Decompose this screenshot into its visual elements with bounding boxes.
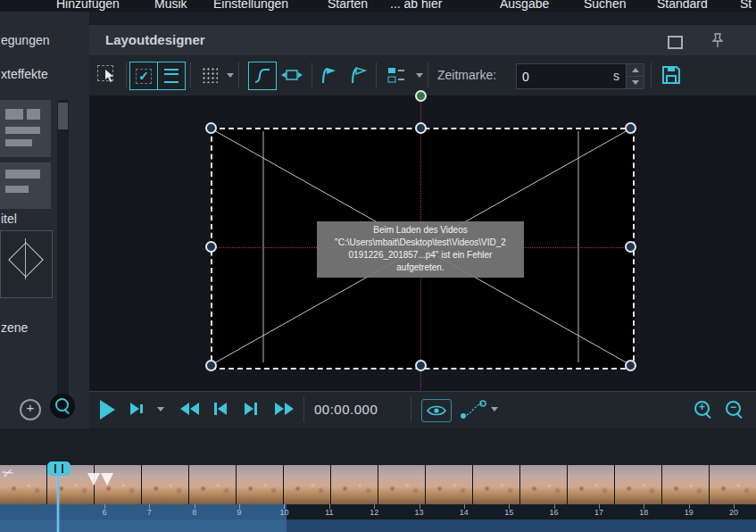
- forward-button[interactable]: [275, 403, 294, 415]
- timeline-thumbnail[interactable]: [284, 465, 330, 504]
- sidebar-item-titel[interactable]: itel: [1, 212, 17, 226]
- timeline-thumbnail[interactable]: [237, 465, 283, 504]
- menu-item-einstellungen[interactable]: Einstellungen: [213, 0, 288, 11]
- timeline-thumbnail[interactable]: [378, 465, 425, 504]
- chevron-down-icon[interactable]: [491, 407, 498, 411]
- timeline-thumbnail[interactable]: [331, 465, 378, 504]
- ruler-tick: 17: [599, 504, 600, 509]
- menu-item-hinzufuegen[interactable]: Hinzufügen: [56, 0, 120, 11]
- zoom-in-button[interactable]: +: [694, 401, 712, 419]
- error-line: 0191226_201857...p4" ist ein Fehler: [317, 249, 524, 262]
- transport-separator: [411, 397, 411, 422]
- grid-icon: [202, 67, 218, 83]
- select-tool-button[interactable]: [95, 62, 123, 88]
- grip-groove: [54, 464, 56, 473]
- ruler-tick: 11: [329, 504, 330, 509]
- ruler-tick: 9: [239, 504, 240, 509]
- magnifier-stem: [64, 409, 70, 414]
- sidebar-item-texteffekte[interactable]: xteffekte: [1, 67, 48, 81]
- template-thumbnail[interactable]: [0, 100, 51, 157]
- play-range-button[interactable]: [130, 403, 143, 415]
- magnifier-ring: [55, 398, 69, 411]
- spinner-down-button[interactable]: [626, 76, 644, 89]
- sidebar-scrollbar[interactable]: [57, 100, 69, 402]
- check-toggle-button[interactable]: ✓: [129, 62, 158, 90]
- curve-tool-button[interactable]: [248, 62, 277, 90]
- zeitmarke-spinner: [626, 63, 643, 87]
- play-button[interactable]: [100, 400, 115, 420]
- timeline-thumbnail[interactable]: [473, 465, 519, 504]
- rotation-handle[interactable]: [415, 90, 427, 102]
- timeline-thumbnail[interactable]: [568, 465, 614, 504]
- canvas[interactable]: Beim Laden des Videos "C:\Users\mbait\De…: [89, 96, 756, 391]
- menu-item-ab-hier[interactable]: ... ab hier: [390, 0, 442, 11]
- menu-item-suchen[interactable]: Suchen: [584, 0, 626, 11]
- chevron-down-icon[interactable]: [416, 73, 423, 78]
- timeline-thumbnail[interactable]: [615, 465, 661, 504]
- lines-toggle-button[interactable]: [157, 62, 186, 90]
- pin-icon[interactable]: [710, 33, 725, 48]
- save-button[interactable]: [658, 62, 685, 88]
- restore-window-icon[interactable]: [668, 36, 683, 49]
- sidebar-item-szene[interactable]: zene: [1, 320, 28, 335]
- resize-handle-e[interactable]: [625, 241, 636, 253]
- thumbnail-block: [5, 127, 40, 134]
- sidebar-item-bewegungen[interactable]: egungen: [1, 33, 50, 47]
- menu-item-st[interactable]: St: [740, 0, 752, 11]
- timeline-thumbnail[interactable]: [710, 465, 756, 504]
- keyframe-add-button[interactable]: [317, 62, 342, 88]
- menu-item-starten[interactable]: Starten: [328, 0, 368, 11]
- rewind-icon: [190, 403, 199, 415]
- resize-handle-s[interactable]: [415, 360, 427, 371]
- timeline-thumbnail[interactable]: [189, 465, 236, 504]
- scrollbar-thumb[interactable]: [58, 103, 68, 129]
- error-line: Beim Laden des Videos: [317, 224, 524, 237]
- zeitmarke-unit: s: [613, 69, 619, 83]
- timeline-ruler[interactable]: 67891011121314151617181920: [0, 504, 756, 520]
- spinner-up-button[interactable]: [626, 63, 644, 77]
- skip-start-button[interactable]: [214, 403, 227, 415]
- resize-handle-w[interactable]: [205, 241, 217, 253]
- timeline-thumbnail[interactable]: [426, 465, 472, 504]
- resize-handle-n[interactable]: [415, 122, 427, 134]
- rewind-button[interactable]: [180, 403, 199, 415]
- resize-handle-sw[interactable]: [205, 360, 217, 371]
- timeline-thumbnail[interactable]: [520, 465, 567, 504]
- resize-handle-nw[interactable]: [205, 122, 217, 134]
- down-arrow-marker[interactable]: [101, 473, 113, 486]
- menu-item-musik[interactable]: Musik: [154, 0, 187, 11]
- playhead-grip[interactable]: [47, 461, 71, 476]
- zeitmarke-input[interactable]: [519, 66, 602, 87]
- keyframe-remove-button[interactable]: [346, 62, 371, 88]
- chevron-down-icon[interactable]: [227, 73, 234, 78]
- position-size-button[interactable]: [278, 62, 305, 88]
- magnifier-stem: [736, 412, 743, 419]
- timeline-thumbnail[interactable]: [662, 465, 709, 504]
- resize-handle-se[interactable]: [625, 360, 636, 371]
- resize-handle-ne[interactable]: [625, 122, 636, 134]
- skip-start-icon: [218, 403, 227, 415]
- preview-eye-button[interactable]: [421, 399, 452, 422]
- play-marker-icon: [130, 403, 139, 415]
- down-arrow-marker[interactable]: [87, 473, 100, 486]
- play-marker-bar: [140, 404, 143, 413]
- ruler-tick: 19: [689, 504, 690, 509]
- add-icon[interactable]: +: [20, 399, 41, 420]
- timeline-scrollbar[interactable]: [0, 520, 756, 532]
- skip-end-button[interactable]: [245, 403, 257, 415]
- chevron-down-icon[interactable]: [157, 407, 164, 411]
- menubar: Hinzufügen Musik Einstellungen Starten .…: [0, 0, 756, 12]
- magnifier-icon[interactable]: [50, 394, 75, 419]
- layers-button[interactable]: [382, 62, 411, 88]
- forward-icon: [275, 403, 284, 415]
- menu-item-standard[interactable]: Standard: [657, 0, 708, 11]
- keyframe-path-button[interactable]: [459, 399, 487, 420]
- thumbnail-block: [5, 109, 23, 120]
- timeline-thumbnail[interactable]: [142, 465, 188, 504]
- menu-item-ausgabe[interactable]: Ausgabe: [500, 0, 549, 11]
- template-thumbnail[interactable]: [0, 230, 53, 298]
- template-thumbnail[interactable]: [0, 162, 51, 209]
- zoom-out-button[interactable]: −: [726, 401, 744, 419]
- grid-button[interactable]: [196, 62, 223, 88]
- toolbar-separator: [126, 62, 127, 87]
